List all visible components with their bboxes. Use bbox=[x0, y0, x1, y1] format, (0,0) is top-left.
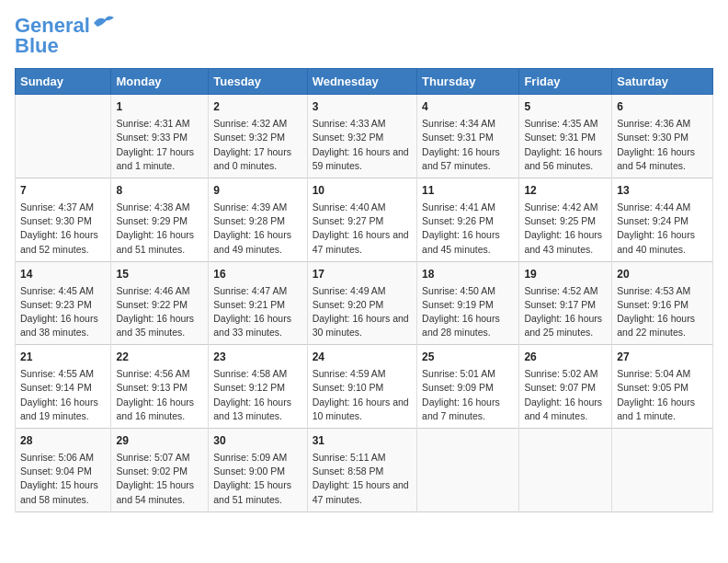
column-header-sunday: Sunday bbox=[16, 69, 111, 95]
calendar-cell: 14Sunrise: 4:45 AMSunset: 9:23 PMDayligh… bbox=[16, 261, 111, 345]
calendar-cell: 12Sunrise: 4:42 AMSunset: 9:25 PMDayligh… bbox=[519, 178, 612, 262]
calendar-cell bbox=[519, 429, 612, 512]
day-info: Sunrise: 4:59 AMSunset: 9:10 PMDaylight:… bbox=[313, 367, 412, 423]
calendar-cell: 29Sunrise: 5:07 AMSunset: 9:02 PMDayligh… bbox=[111, 429, 209, 512]
day-number: 12 bbox=[524, 183, 607, 199]
day-info: Sunrise: 4:36 AMSunset: 9:30 PMDaylight:… bbox=[617, 117, 708, 173]
day-number: 11 bbox=[422, 183, 514, 199]
day-number: 4 bbox=[422, 99, 514, 115]
day-info: Sunrise: 4:33 AMSunset: 9:32 PMDaylight:… bbox=[313, 117, 412, 173]
day-info: Sunrise: 4:37 AMSunset: 9:30 PMDaylight:… bbox=[20, 201, 106, 257]
day-info: Sunrise: 4:32 AMSunset: 9:32 PMDaylight:… bbox=[213, 117, 301, 173]
calendar-cell: 30Sunrise: 5:09 AMSunset: 9:00 PMDayligh… bbox=[209, 429, 307, 512]
calendar-cell: 26Sunrise: 5:02 AMSunset: 9:07 PMDayligh… bbox=[519, 345, 612, 429]
day-info: Sunrise: 5:06 AMSunset: 9:04 PMDaylight:… bbox=[20, 451, 106, 507]
day-number: 7 bbox=[20, 183, 106, 199]
day-number: 8 bbox=[116, 183, 203, 199]
day-info: Sunrise: 4:35 AMSunset: 9:31 PMDaylight:… bbox=[524, 117, 607, 173]
day-number: 26 bbox=[524, 350, 607, 365]
day-info: Sunrise: 4:31 AMSunset: 9:33 PMDaylight:… bbox=[116, 117, 203, 173]
calendar-cell: 6Sunrise: 4:36 AMSunset: 9:30 PMDaylight… bbox=[612, 95, 713, 178]
calendar-table: SundayMondayTuesdayWednesdayThursdayFrid… bbox=[15, 68, 713, 511]
calendar-week-row: 21Sunrise: 4:55 AMSunset: 9:14 PMDayligh… bbox=[16, 345, 713, 429]
day-number: 13 bbox=[617, 183, 708, 199]
logo-bird-icon bbox=[92, 14, 114, 30]
day-number: 22 bbox=[116, 350, 203, 365]
day-info: Sunrise: 4:45 AMSunset: 9:23 PMDaylight:… bbox=[20, 284, 106, 340]
calendar-cell: 22Sunrise: 4:56 AMSunset: 9:13 PMDayligh… bbox=[111, 345, 209, 429]
calendar-header-row: SundayMondayTuesdayWednesdayThursdayFrid… bbox=[16, 69, 713, 95]
day-info: Sunrise: 5:04 AMSunset: 9:05 PMDaylight:… bbox=[617, 367, 708, 423]
day-number: 25 bbox=[422, 350, 514, 365]
calendar-cell: 3Sunrise: 4:33 AMSunset: 9:32 PMDaylight… bbox=[307, 95, 416, 178]
day-number: 3 bbox=[313, 99, 412, 115]
day-info: Sunrise: 4:46 AMSunset: 9:22 PMDaylight:… bbox=[116, 284, 203, 340]
day-number: 6 bbox=[617, 99, 708, 115]
day-number: 10 bbox=[313, 183, 412, 199]
calendar-week-row: 1Sunrise: 4:31 AMSunset: 9:33 PMDaylight… bbox=[16, 95, 713, 178]
calendar-cell: 31Sunrise: 5:11 AMSunset: 8:58 PMDayligh… bbox=[307, 429, 416, 512]
logo: General Blue bbox=[15, 15, 114, 57]
calendar-cell: 15Sunrise: 4:46 AMSunset: 9:22 PMDayligh… bbox=[111, 261, 209, 345]
calendar-cell: 18Sunrise: 4:50 AMSunset: 9:19 PMDayligh… bbox=[417, 261, 519, 345]
calendar-cell: 7Sunrise: 4:37 AMSunset: 9:30 PMDaylight… bbox=[16, 178, 111, 262]
day-number: 5 bbox=[524, 99, 607, 115]
calendar-cell: 20Sunrise: 4:53 AMSunset: 9:16 PMDayligh… bbox=[612, 261, 713, 345]
day-number: 23 bbox=[213, 350, 301, 365]
day-number: 15 bbox=[116, 267, 203, 282]
day-info: Sunrise: 4:56 AMSunset: 9:13 PMDaylight:… bbox=[116, 367, 203, 423]
day-number: 20 bbox=[617, 267, 708, 282]
day-info: Sunrise: 4:53 AMSunset: 9:16 PMDaylight:… bbox=[617, 284, 708, 340]
calendar-cell: 24Sunrise: 4:59 AMSunset: 9:10 PMDayligh… bbox=[307, 345, 416, 429]
day-number: 28 bbox=[20, 433, 106, 449]
day-number: 29 bbox=[116, 433, 203, 449]
day-number: 24 bbox=[313, 350, 412, 365]
calendar-cell: 19Sunrise: 4:52 AMSunset: 9:17 PMDayligh… bbox=[519, 261, 612, 345]
day-info: Sunrise: 5:09 AMSunset: 9:00 PMDaylight:… bbox=[213, 451, 301, 507]
day-number: 9 bbox=[213, 183, 301, 199]
day-info: Sunrise: 4:52 AMSunset: 9:17 PMDaylight:… bbox=[524, 284, 607, 340]
calendar-cell: 4Sunrise: 4:34 AMSunset: 9:31 PMDaylight… bbox=[417, 95, 519, 178]
calendar-cell: 16Sunrise: 4:47 AMSunset: 9:21 PMDayligh… bbox=[209, 261, 307, 345]
day-info: Sunrise: 5:01 AMSunset: 9:09 PMDaylight:… bbox=[422, 367, 514, 423]
calendar-cell: 10Sunrise: 4:40 AMSunset: 9:27 PMDayligh… bbox=[307, 178, 416, 262]
calendar-cell: 9Sunrise: 4:39 AMSunset: 9:28 PMDaylight… bbox=[209, 178, 307, 262]
calendar-cell: 27Sunrise: 5:04 AMSunset: 9:05 PMDayligh… bbox=[612, 345, 713, 429]
logo-blue: Blue bbox=[15, 35, 59, 57]
calendar-cell: 25Sunrise: 5:01 AMSunset: 9:09 PMDayligh… bbox=[417, 345, 519, 429]
calendar-cell: 1Sunrise: 4:31 AMSunset: 9:33 PMDaylight… bbox=[111, 95, 209, 178]
day-number: 27 bbox=[617, 350, 708, 365]
calendar-cell: 28Sunrise: 5:06 AMSunset: 9:04 PMDayligh… bbox=[16, 429, 111, 512]
column-header-saturday: Saturday bbox=[612, 69, 713, 95]
column-header-tuesday: Tuesday bbox=[209, 69, 307, 95]
day-info: Sunrise: 4:50 AMSunset: 9:19 PMDaylight:… bbox=[422, 284, 514, 340]
day-number: 21 bbox=[20, 350, 106, 365]
day-info: Sunrise: 4:38 AMSunset: 9:29 PMDaylight:… bbox=[116, 201, 203, 257]
calendar-cell: 21Sunrise: 4:55 AMSunset: 9:14 PMDayligh… bbox=[16, 345, 111, 429]
calendar-cell: 2Sunrise: 4:32 AMSunset: 9:32 PMDaylight… bbox=[209, 95, 307, 178]
day-info: Sunrise: 4:47 AMSunset: 9:21 PMDaylight:… bbox=[213, 284, 301, 340]
calendar-cell: 17Sunrise: 4:49 AMSunset: 9:20 PMDayligh… bbox=[307, 261, 416, 345]
day-info: Sunrise: 4:44 AMSunset: 9:24 PMDaylight:… bbox=[617, 201, 708, 257]
day-info: Sunrise: 4:41 AMSunset: 9:26 PMDaylight:… bbox=[422, 201, 514, 257]
day-number: 14 bbox=[20, 267, 106, 282]
calendar-cell: 5Sunrise: 4:35 AMSunset: 9:31 PMDaylight… bbox=[519, 95, 612, 178]
day-info: Sunrise: 5:07 AMSunset: 9:02 PMDaylight:… bbox=[116, 451, 203, 507]
calendar-cell: 8Sunrise: 4:38 AMSunset: 9:29 PMDaylight… bbox=[111, 178, 209, 262]
calendar-week-row: 7Sunrise: 4:37 AMSunset: 9:30 PMDaylight… bbox=[16, 178, 713, 262]
day-info: Sunrise: 4:49 AMSunset: 9:20 PMDaylight:… bbox=[313, 284, 412, 340]
calendar-cell bbox=[417, 429, 519, 512]
day-number: 18 bbox=[422, 267, 514, 282]
calendar-cell: 23Sunrise: 4:58 AMSunset: 9:12 PMDayligh… bbox=[209, 345, 307, 429]
column-header-monday: Monday bbox=[111, 69, 209, 95]
day-info: Sunrise: 4:55 AMSunset: 9:14 PMDaylight:… bbox=[20, 367, 106, 423]
calendar-cell: 11Sunrise: 4:41 AMSunset: 9:26 PMDayligh… bbox=[417, 178, 519, 262]
day-number: 17 bbox=[313, 267, 412, 282]
day-number: 16 bbox=[213, 267, 301, 282]
day-info: Sunrise: 5:02 AMSunset: 9:07 PMDaylight:… bbox=[524, 367, 607, 423]
day-number: 31 bbox=[313, 433, 412, 449]
column-header-friday: Friday bbox=[519, 69, 612, 95]
calendar-week-row: 14Sunrise: 4:45 AMSunset: 9:23 PMDayligh… bbox=[16, 261, 713, 345]
column-header-thursday: Thursday bbox=[417, 69, 519, 95]
calendar-cell: 13Sunrise: 4:44 AMSunset: 9:24 PMDayligh… bbox=[612, 178, 713, 262]
